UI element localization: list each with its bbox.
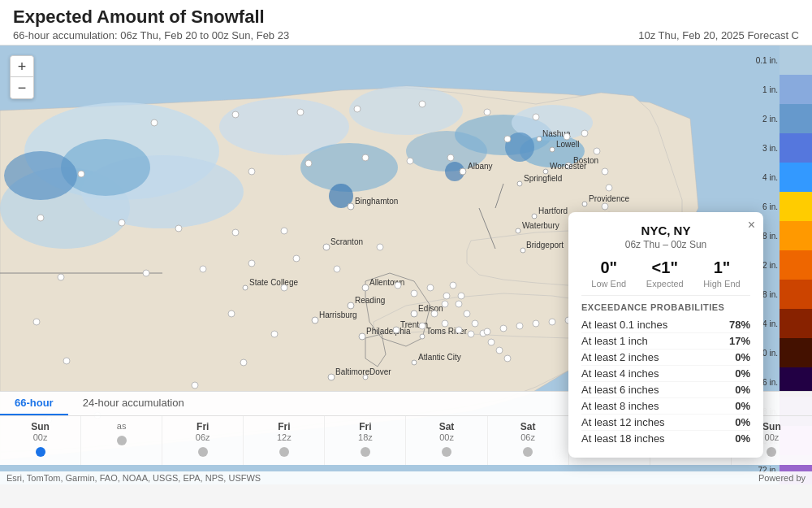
svg-point-43 bbox=[323, 244, 330, 250]
svg-point-123 bbox=[533, 320, 539, 327]
popup-close-button[interactable]: × bbox=[748, 219, 755, 232]
exceedance-pct-5: 0% bbox=[735, 400, 750, 412]
timeline-dot-0 bbox=[36, 447, 45, 457]
svg-point-76 bbox=[581, 130, 588, 137]
svg-point-126 bbox=[78, 171, 84, 177]
exceedance-row-4: At least 6 inches0% bbox=[581, 382, 750, 398]
svg-point-71 bbox=[419, 101, 425, 107]
svg-text:Reading: Reading bbox=[355, 296, 385, 305]
svg-point-122 bbox=[516, 323, 523, 329]
svg-point-61 bbox=[412, 360, 417, 365]
svg-point-129 bbox=[33, 319, 40, 325]
exceedance-row-3: At least 4 inches0% bbox=[581, 366, 750, 382]
svg-point-114 bbox=[442, 301, 448, 307]
svg-point-5 bbox=[349, 86, 463, 135]
timeline-tab-1[interactable]: 24-hour accumulation bbox=[68, 392, 199, 415]
timeline-col-3[interactable]: Fri12z bbox=[244, 416, 325, 465]
svg-text:Harrisburg: Harrisburg bbox=[319, 310, 357, 319]
svg-point-133 bbox=[377, 244, 383, 250]
svg-text:Springfield: Springfield bbox=[524, 174, 562, 183]
svg-text:State College: State College bbox=[249, 278, 298, 287]
attribution-left: Esri, TomTom, Garmin, FAO, NOAA, USGS, E… bbox=[6, 473, 261, 483]
legend-segment-8: 8 in. bbox=[780, 221, 812, 250]
popup-city: NYC, NY bbox=[581, 224, 750, 237]
svg-point-77 bbox=[594, 148, 600, 154]
low-end-value: 0" Low End bbox=[591, 258, 626, 289]
svg-point-131 bbox=[281, 284, 287, 291]
legend-segment-9: 6 in. bbox=[780, 192, 812, 221]
svg-point-130 bbox=[63, 358, 70, 364]
svg-text:Albany: Albany bbox=[468, 162, 493, 171]
timeline-col-4[interactable]: Fri18z bbox=[325, 416, 406, 465]
legend-label-9: 6 in. bbox=[762, 202, 778, 211]
popup-timerange: 06z Thu – 00z Sun bbox=[581, 239, 750, 250]
timeline-day-2: Fri bbox=[197, 421, 209, 432]
svg-point-41 bbox=[348, 203, 354, 210]
timeline-hour-2: 06z bbox=[196, 432, 210, 442]
svg-point-113 bbox=[458, 293, 464, 299]
svg-point-106 bbox=[464, 310, 470, 317]
map-container[interactable]: Albany Boston Springfield Providence Har… bbox=[0, 46, 812, 484]
svg-point-72 bbox=[484, 109, 490, 115]
legend-segment-7: 12 in. bbox=[780, 250, 812, 280]
exceedance-pct-4: 0% bbox=[735, 384, 750, 396]
timeline-hour-6: 06z bbox=[520, 432, 535, 442]
timeline-day-4: Fri bbox=[359, 421, 371, 432]
attribution-right: Powered by bbox=[758, 473, 806, 483]
exceedance-row-0: At least 0.1 inches78% bbox=[581, 317, 750, 333]
timeline-col-2[interactable]: Fri06z bbox=[162, 416, 244, 465]
svg-point-84 bbox=[407, 158, 413, 164]
exceedance-pct-0: 78% bbox=[729, 319, 750, 331]
timeline-day-6: Sat bbox=[520, 421, 536, 432]
svg-text:Waterbury: Waterbury bbox=[522, 221, 559, 230]
legend-segment-14: 0.1 in. bbox=[780, 46, 812, 75]
timeline-col-6[interactable]: Sat06z bbox=[488, 416, 569, 465]
exceedance-row-7: At least 18 inches0% bbox=[581, 431, 750, 446]
svg-point-90 bbox=[143, 270, 149, 276]
timeline-dot-9 bbox=[767, 447, 776, 457]
timeline-tab-0[interactable]: 66-hour bbox=[0, 392, 68, 415]
exceedance-row-6: At least 12 inches0% bbox=[581, 415, 750, 431]
timeline-col-1[interactable]: as bbox=[81, 416, 162, 465]
exceedance-list: At least 0.1 inches78%At least 1 inch17%… bbox=[581, 317, 750, 446]
timeline-col-0[interactable]: Sun00z bbox=[0, 416, 81, 465]
accumulation-label: 66-hour accumulation: bbox=[13, 29, 118, 41]
exceedance-row-1: At least 1 inch17% bbox=[581, 333, 750, 350]
svg-point-124 bbox=[549, 319, 555, 325]
zoom-out-button[interactable]: − bbox=[11, 77, 33, 98]
svg-point-119 bbox=[468, 331, 474, 337]
svg-point-59 bbox=[420, 334, 425, 339]
zoom-in-button[interactable]: + bbox=[11, 56, 33, 77]
timeline-dot-4 bbox=[361, 447, 370, 457]
svg-point-39 bbox=[543, 169, 548, 174]
svg-point-120 bbox=[484, 328, 490, 335]
svg-text:Atlantic City: Atlantic City bbox=[418, 353, 461, 362]
legend-segment-13: 1 in. bbox=[780, 75, 812, 104]
svg-text:Edison: Edison bbox=[418, 304, 443, 313]
svg-point-87 bbox=[175, 225, 182, 232]
timeline-dot-3 bbox=[279, 447, 289, 457]
svg-point-104 bbox=[443, 293, 450, 299]
svg-point-51 bbox=[359, 333, 365, 340]
svg-point-128 bbox=[58, 274, 64, 280]
timeline-day-9: Sun bbox=[762, 421, 781, 432]
svg-point-23 bbox=[517, 181, 522, 186]
popup-card: × NYC, NY 06z Thu – 00z Sun 0" Low End <… bbox=[568, 212, 763, 458]
svg-point-109 bbox=[488, 339, 495, 345]
svg-point-6 bbox=[300, 143, 398, 192]
exceedance-pct-1: 17% bbox=[729, 335, 750, 347]
timeline-dot-5 bbox=[442, 447, 451, 457]
timeline-col-5[interactable]: Sat00z bbox=[406, 416, 487, 465]
timeline-day-0: Sun bbox=[31, 421, 50, 432]
exceedance-pct-7: 0% bbox=[735, 432, 750, 445]
exceedance-label-7: At least 18 inches bbox=[581, 432, 665, 445]
svg-point-35 bbox=[550, 147, 555, 152]
popup-divider bbox=[581, 295, 750, 296]
svg-point-127 bbox=[37, 215, 44, 221]
svg-point-83 bbox=[362, 154, 369, 161]
svg-point-29 bbox=[516, 228, 520, 233]
svg-point-102 bbox=[411, 290, 417, 297]
svg-point-79 bbox=[606, 185, 612, 191]
timeline-hour-9: 00z bbox=[765, 432, 780, 442]
legend-label-10: 4 in. bbox=[762, 173, 778, 182]
